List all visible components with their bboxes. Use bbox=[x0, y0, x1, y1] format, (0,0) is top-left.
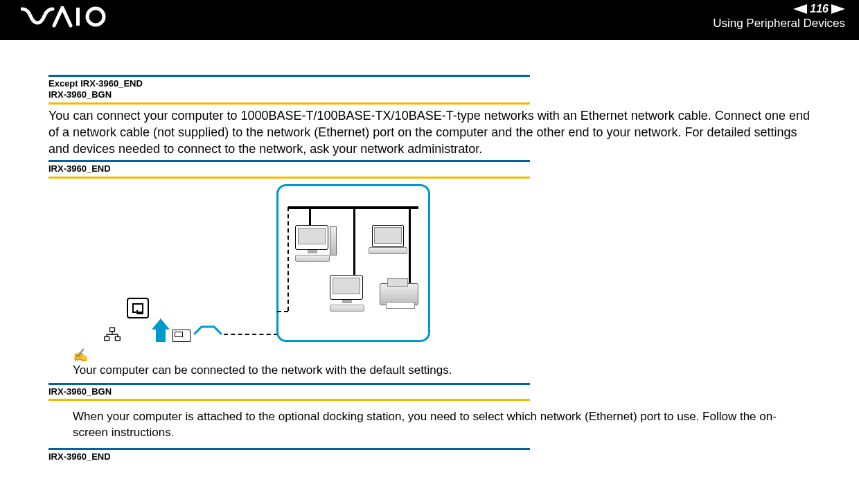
cable bbox=[409, 207, 411, 283]
tag-text: Except IRX-3960_END bbox=[48, 78, 811, 89]
network-lan-box bbox=[276, 184, 430, 342]
network-diagram bbox=[100, 184, 811, 342]
cable-out-v bbox=[287, 207, 289, 311]
note-block: ✍ Your computer can be connected to the … bbox=[73, 348, 811, 379]
nav-prev-icon[interactable] bbox=[793, 4, 807, 14]
bridge-icon bbox=[193, 324, 222, 335]
cable-out-h bbox=[277, 311, 288, 312]
page-number: 116 bbox=[810, 2, 829, 17]
ethernet-port-icon bbox=[127, 298, 149, 318]
tag-label-3: IRX-3960_BGN bbox=[48, 385, 811, 399]
laptop-1 bbox=[369, 225, 407, 254]
tag-label-4: IRX-3960_END bbox=[48, 450, 811, 464]
page-nav: 116 bbox=[713, 2, 845, 17]
tag-label-2: IRX-3960_END bbox=[48, 162, 811, 176]
note-icon: ✍ bbox=[73, 348, 811, 363]
vaio-logo bbox=[21, 6, 111, 35]
svg-rect-0 bbox=[76, 8, 80, 26]
svg-rect-3 bbox=[105, 336, 109, 340]
divider-yellow bbox=[48, 102, 530, 105]
svg-point-1 bbox=[87, 8, 104, 25]
svg-rect-4 bbox=[115, 336, 120, 340]
printer bbox=[380, 283, 418, 305]
cable bbox=[309, 207, 311, 225]
page-header: 116 Using Peripheral Devices bbox=[0, 0, 859, 40]
body-paragraph-2: When your computer is attached to the op… bbox=[73, 409, 811, 441]
up-arrow-icon bbox=[152, 318, 170, 342]
divider-yellow bbox=[48, 399, 530, 401]
port-column bbox=[100, 298, 191, 342]
desktop-2 bbox=[330, 275, 364, 312]
section-title: Using Peripheral Devices bbox=[713, 16, 845, 31]
body-paragraph-1: You can connect your computer to 1000BAS… bbox=[48, 107, 811, 158]
nav-next-icon[interactable] bbox=[831, 4, 845, 14]
divider-yellow bbox=[48, 177, 530, 179]
tag-label-1: Except IRX-3960_END IRX-3960_BGN bbox=[48, 77, 811, 102]
network-symbol-icon bbox=[103, 327, 121, 342]
header-right: 116 Using Peripheral Devices bbox=[713, 2, 845, 32]
modem-icon bbox=[172, 330, 191, 342]
svg-rect-2 bbox=[110, 327, 115, 331]
note-text: Your computer can be connected to the ne… bbox=[73, 363, 811, 379]
cable bbox=[353, 207, 355, 276]
tag-text: IRX-3960_BGN bbox=[48, 89, 811, 100]
vaio-logo-svg bbox=[21, 6, 111, 28]
connection-line bbox=[224, 334, 278, 335]
page-content: Except IRX-3960_END IRX-3960_BGN You can… bbox=[0, 40, 859, 471]
desktop-1 bbox=[295, 225, 330, 262]
icon-row bbox=[100, 318, 191, 342]
